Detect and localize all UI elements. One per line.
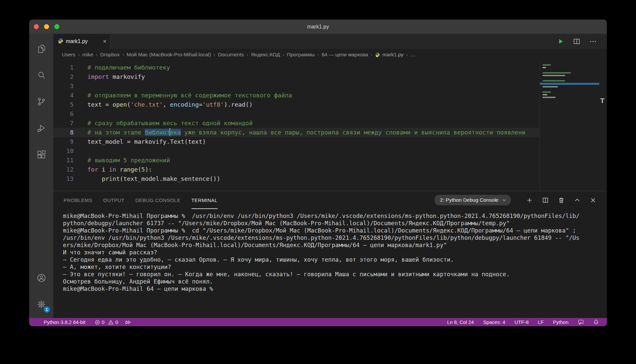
new-terminal-icon[interactable] <box>526 197 533 203</box>
terminal-output[interactable]: mike@MacBook-Pro-Mihail Программы % /usr… <box>53 209 607 318</box>
status-bar: Python 3.8.2 64-bit 0 0 Ln 8, Col 24Spac… <box>29 318 607 326</box>
settings-gear-icon[interactable]: 1 <box>33 296 49 313</box>
bell-icon[interactable] <box>593 319 599 325</box>
close-window-button[interactable] <box>34 24 39 29</box>
explorer-icon[interactable] <box>33 40 49 57</box>
line-number[interactable]: 3 <box>53 81 77 91</box>
line-number[interactable]: 2 <box>53 72 77 81</box>
line-content: # сразу обрабатываем весь текст одной ко… <box>77 119 540 128</box>
statusbar-indentation[interactable]: Spaces: 4 <box>483 319 505 325</box>
code-token: # выводим 5 предложений <box>87 157 170 164</box>
line-content: # на этом этапе библиотека уже взяла кор… <box>77 128 540 137</box>
breadcrumb-item[interactable]: Мой Mac (MacBook-Pro-Mihail.local) <box>127 52 211 58</box>
line-content: # подключаем библиотеку <box>77 63 540 72</box>
line-number[interactable]: 9 <box>53 137 77 146</box>
window-title: mark1.py <box>307 24 329 30</box>
line-number[interactable]: 1 <box>53 63 77 72</box>
chevron-down-icon <box>502 198 506 202</box>
breadcrumb-item[interactable]: Dropbox <box>100 52 120 58</box>
code-token: уже взяла корпус, нашла все пары, постро… <box>181 129 525 136</box>
error-icon <box>95 320 100 325</box>
breadcrumb-item[interactable]: Documents <box>218 52 244 58</box>
statusbar-problems[interactable]: 0 0 <box>95 319 118 325</box>
breadcrumb-overflow[interactable]: … <box>410 52 416 58</box>
statusbar-encoding[interactable]: UTF-8 <box>514 319 529 325</box>
line-number[interactable]: 7 <box>53 119 77 128</box>
minimap-line <box>543 72 571 74</box>
run-and-debug-icon[interactable] <box>33 120 49 136</box>
code-area[interactable]: 1# подключаем библиотеку2import markovif… <box>53 60 540 191</box>
breadcrumb-item[interactable]: mike <box>82 52 93 58</box>
breadcrumb-separator: › <box>371 52 372 58</box>
minimize-window-button[interactable] <box>44 24 49 29</box>
editor-scrollbar[interactable]: T <box>599 60 607 191</box>
panel-tab-terminal[interactable]: TERMINAL <box>191 191 218 209</box>
zoom-window-button[interactable] <box>54 24 59 29</box>
more-actions-icon[interactable]: ⋯ <box>589 37 597 46</box>
line-content: text = open('che.txt', encoding='utf8').… <box>77 100 540 109</box>
breadcrumb-file-item[interactable]: mark1.py <box>375 52 403 58</box>
statusbar-cursor-position[interactable]: Ln 8, Col 24 <box>447 319 474 325</box>
terminal-line: Осмотрев больницу, Андрей Ефимыч всё пон… <box>63 278 607 285</box>
line-number[interactable]: 13 <box>53 174 77 183</box>
code-token: text_model = markovify.Text(text) <box>87 138 206 145</box>
close-panel-icon[interactable] <box>590 197 596 203</box>
statusbar-eol[interactable]: LF <box>538 319 544 325</box>
run-file-button[interactable] <box>557 38 564 45</box>
code-token: ): <box>145 166 152 173</box>
terminal-line: /usr/bin/env /usr/bin/python3 /Users/mik… <box>63 234 607 241</box>
statusbar-language-mode[interactable]: Python <box>553 319 568 325</box>
line-number[interactable]: 5 <box>53 100 77 109</box>
breadcrumb-item[interactable]: 64 — цепи маркова <box>322 52 368 58</box>
code-token: for <box>87 166 98 173</box>
split-editor-icon[interactable] <box>573 38 580 45</box>
panel-tab-debug-console[interactable]: DEBUG CONSOLE <box>135 191 181 209</box>
kill-terminal-icon[interactable] <box>558 197 564 203</box>
line-number[interactable]: 10 <box>53 146 77 156</box>
source-control-icon[interactable] <box>33 93 49 110</box>
line-number[interactable]: 11 <box>53 156 77 165</box>
code-token: encoding <box>170 101 199 108</box>
breadcrumb-item[interactable]: Users <box>62 52 75 58</box>
breadcrumb-item[interactable]: Яндекс.КОД <box>251 52 280 58</box>
titlebar[interactable]: mark1.py <box>29 20 607 34</box>
minimap[interactable] <box>540 60 599 191</box>
panel-tab-output[interactable]: OUTPUT <box>103 191 125 209</box>
line-number[interactable]: 8 <box>53 128 77 137</box>
feedback-smiley-icon[interactable] <box>578 319 584 325</box>
line-content: for i in range(5): <box>77 165 540 174</box>
code-token: ( <box>127 101 131 108</box>
breadcrumb-file-label: mark1.py <box>382 52 403 58</box>
tab-close-icon[interactable]: ✕ <box>103 39 107 44</box>
breadcrumb-separator: › <box>246 52 248 58</box>
debug-status-icon[interactable] <box>125 319 131 325</box>
breadcrumb-separator: › <box>317 52 319 58</box>
editor-zone: mark1.py ✕ ⋯ Users›mike›Dropbox›Мой Mac … <box>53 34 607 191</box>
terminal-line: — Сегодня едва ли это удобно, — сказал О… <box>63 256 607 263</box>
line-number[interactable]: 6 <box>53 109 77 119</box>
minimap-selection-band <box>540 83 599 85</box>
tab-mark1-py[interactable]: mark1.py ✕ <box>53 34 110 49</box>
line-number[interactable]: 4 <box>53 91 77 100</box>
minimap-line <box>543 97 556 98</box>
breadcrumb-separator: › <box>214 52 215 58</box>
code-token: range <box>120 166 138 173</box>
code-line: 6 <box>53 109 540 119</box>
activity-bar: 1 <box>29 34 53 318</box>
code-line: 7# сразу обрабатываем весь текст одной к… <box>53 119 540 128</box>
python-file-icon <box>58 38 63 45</box>
accounts-icon[interactable] <box>33 270 49 286</box>
extensions-icon[interactable] <box>33 146 49 163</box>
warning-count: 0 <box>115 319 118 325</box>
line-number[interactable]: 12 <box>53 165 77 174</box>
breadcrumb-item[interactable]: Программы <box>287 52 315 58</box>
statusbar-python-version[interactable]: Python 3.8.2 64-bit <box>44 319 85 325</box>
editor[interactable]: 1# подключаем библиотеку2import markovif… <box>53 60 607 191</box>
maximize-panel-icon[interactable] <box>574 197 580 203</box>
terminal-selector-dropdown[interactable]: 2: Python Debug Console <box>435 195 511 205</box>
breadcrumb-separator: › <box>406 52 408 58</box>
line-content: import markovify <box>77 72 540 81</box>
split-terminal-icon[interactable] <box>542 197 549 203</box>
panel-tab-problems[interactable]: PROBLEMS <box>64 191 92 209</box>
search-icon[interactable] <box>33 67 49 83</box>
